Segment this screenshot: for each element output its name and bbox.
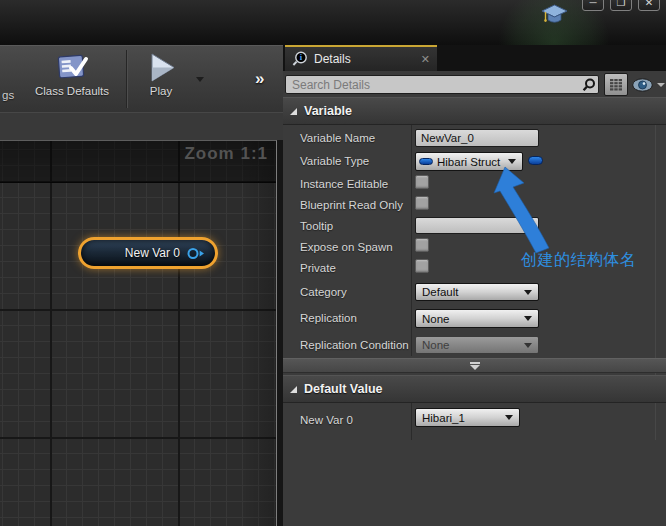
variable-name-input[interactable]	[415, 129, 539, 147]
category-dropdown[interactable]: Default	[415, 283, 539, 301]
advanced-expander[interactable]	[283, 358, 666, 373]
chevron-down-icon	[524, 316, 532, 321]
section-header-default-value[interactable]: Default Value	[283, 375, 666, 403]
play-options-chevron-down-icon[interactable]	[196, 77, 204, 82]
expose-on-spawn-label: Expose on Spawn	[300, 241, 393, 253]
expose-on-spawn-checkbox[interactable]	[415, 238, 429, 252]
class-defaults-icon	[54, 51, 90, 84]
class-defaults-label: Class Defaults	[35, 85, 109, 97]
chevron-down-icon	[524, 343, 532, 348]
clipped-toolbar-label: gs	[2, 89, 14, 101]
expander-chevron-down-icon	[470, 362, 480, 370]
blueprint-read-only-label: Blueprint Read Only	[300, 199, 403, 211]
minimize-button[interactable]: ─	[582, 0, 604, 11]
chevron-down-icon	[524, 290, 532, 295]
variable-get-node[interactable]: New Var 0	[78, 237, 218, 269]
minimize-icon: ─	[589, 0, 596, 8]
search-input[interactable]	[285, 75, 599, 94]
section-title: Default Value	[304, 382, 383, 396]
default-new-var-label: New Var 0	[300, 414, 353, 426]
section-title: Variable	[304, 104, 352, 118]
section-expand-arrow-icon	[290, 108, 297, 115]
instance-editable-checkbox[interactable]	[415, 175, 429, 189]
private-label: Private	[300, 262, 336, 274]
category-label: Category	[300, 286, 347, 298]
category-value: Default	[422, 286, 458, 298]
close-icon: ✕	[645, 0, 653, 8]
private-checkbox[interactable]	[415, 259, 429, 273]
variable-node-label: New Var 0	[125, 246, 180, 260]
maximize-icon: ❐	[617, 0, 626, 8]
default-value: Hibari_1	[422, 412, 465, 424]
graph-zoom-indicator: Zoom 1:1	[184, 144, 268, 164]
instance-editable-label: Instance Editable	[300, 178, 388, 190]
graduation-cap-icon[interactable]	[541, 2, 568, 28]
variable-type-value: Hibari Struct	[437, 156, 500, 168]
section-expand-arrow-icon	[290, 386, 297, 393]
struct-pill-icon	[419, 158, 433, 165]
chevron-down-icon	[505, 415, 513, 420]
replication-label: Replication	[300, 312, 357, 324]
details-panel: i Details ✕	[283, 45, 666, 526]
blueprint-read-only-checkbox[interactable]	[415, 196, 429, 210]
column-divider	[411, 125, 412, 356]
tab-details[interactable]: i Details ✕	[285, 45, 437, 71]
tooltip-label: Tooltip	[300, 220, 333, 232]
tooltip-input[interactable]	[415, 217, 539, 234]
main-toolbar: gs Class Defaults Play »	[0, 45, 283, 112]
play-button[interactable]: Play	[131, 51, 191, 97]
window-controls: ─ ❐ ✕	[582, 0, 660, 11]
graph-right-vignette	[240, 141, 276, 526]
blueprint-graph-canvas[interactable]: Zoom 1:1 New Var 0	[0, 140, 277, 526]
chevron-down-icon	[657, 83, 665, 87]
section-header-variable[interactable]: Variable	[283, 97, 666, 125]
maximize-button[interactable]: ❐	[610, 0, 632, 11]
container-type-button[interactable]	[528, 156, 543, 165]
graph-tab-strip	[0, 112, 283, 140]
replication-condition-label: Replication Condition	[300, 339, 409, 351]
replication-dropdown[interactable]: None	[415, 309, 539, 328]
default-value-dropdown[interactable]: Hibari_1	[415, 408, 520, 427]
details-tab-bar: i Details ✕	[283, 45, 666, 71]
grid-view-icon	[609, 78, 623, 92]
chevron-down-icon	[508, 159, 516, 164]
class-defaults-button[interactable]: Class Defaults	[26, 51, 118, 97]
toolbar-overflow-chevron[interactable]: »	[255, 69, 262, 89]
variable-type-label: Variable Type	[300, 155, 369, 167]
replication-condition-dropdown: None	[415, 336, 539, 354]
toolbar-separator	[126, 50, 127, 108]
variable-name-label: Variable Name	[300, 132, 375, 144]
property-matrix-button[interactable]	[604, 73, 628, 96]
search-icon	[582, 78, 596, 92]
eye-icon	[632, 78, 653, 92]
output-pin-icon[interactable]	[187, 247, 205, 260]
details-tab-label: Details	[314, 52, 351, 66]
variable-type-dropdown[interactable]: Hibari Struct	[415, 152, 523, 171]
replication-value: None	[422, 313, 450, 325]
play-label: Play	[150, 85, 172, 97]
column-divider	[411, 402, 412, 440]
details-search-row	[283, 71, 666, 98]
close-button[interactable]: ✕	[638, 0, 660, 11]
view-options-button[interactable]	[632, 78, 665, 92]
replication-condition-value: None	[422, 339, 450, 351]
details-tab-icon: i	[292, 51, 308, 67]
play-icon	[144, 51, 178, 84]
tab-close-icon[interactable]: ✕	[421, 53, 430, 66]
title-bar: ─ ❐ ✕	[0, 0, 666, 45]
